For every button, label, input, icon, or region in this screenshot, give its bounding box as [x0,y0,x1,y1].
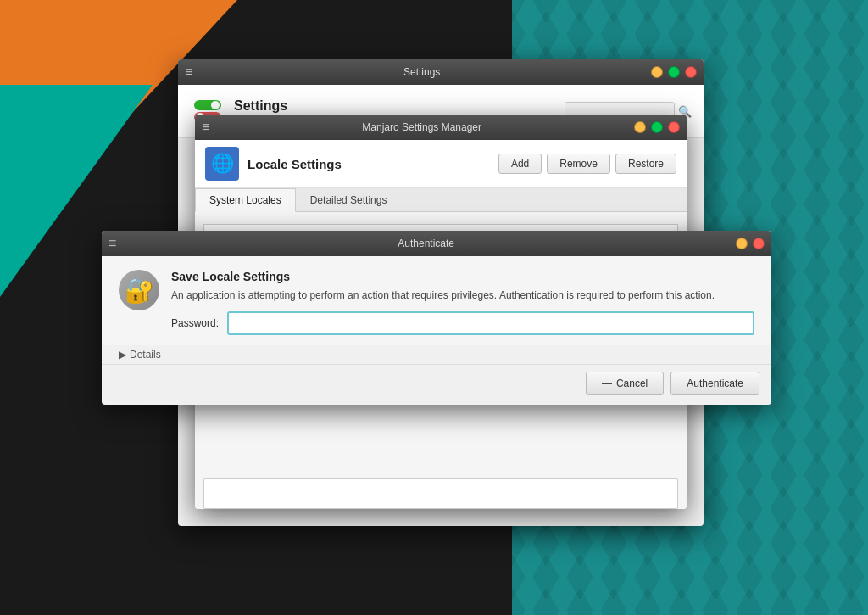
manjaro-window-title: Manjaro Settings Manager [214,121,629,133]
settings-window-title: Settings [198,66,646,78]
cancel-label: Cancel [616,377,648,389]
auth-description: An application is attempting to perform … [171,288,754,303]
add-button[interactable]: Add [498,154,542,174]
remove-button[interactable]: Remove [547,154,610,174]
expand-icon: ▶ [119,349,126,361]
locale-title: Locale Settings [248,157,342,171]
settings-titlebar: ≡ Settings [178,59,704,85]
password-label: Password: [171,317,219,329]
auth-lock-icon [119,270,159,310]
titlebar-menu-icon[interactable]: ≡ [185,64,192,80]
password-input[interactable] [227,311,754,335]
maximize-button[interactable] [668,66,680,78]
auth-dialog: ≡ Authenticate Save Locale Settings An a… [102,231,771,405]
auth-dialog-heading: Save Locale Settings [171,270,754,283]
password-row: Password: [171,311,754,335]
auth-icon-image [119,270,159,310]
manjaro-minimize-button[interactable] [634,121,646,133]
settings-main-title: Settings [234,98,334,114]
auth-titlebar: ≡ Authenticate [102,231,771,256]
locale-actions: Add Remove Restore [498,154,676,174]
authenticate-button[interactable]: Authenticate [670,372,760,395]
auth-footer: — Cancel Authenticate [102,364,771,402]
tab-detailed-settings-label: Detailed Settings [310,194,387,206]
locale-header: 🌐 Locale Settings Add Remove Restore [195,140,687,188]
input-field-area [203,478,678,509]
tab-system-locales-label: System Locales [209,194,281,206]
auth-minimize-button[interactable] [736,238,748,249]
restore-button[interactable]: Restore [615,154,676,174]
locale-icon: 🌐 [205,147,239,181]
windows-container: ≡ Settings Settings Customize your deskt… [0,0,868,615]
minimize-button[interactable] [651,66,663,78]
details-label: Details [130,349,161,361]
details-section[interactable]: ▶ Details [102,345,771,364]
cancel-dash-icon: — [602,377,612,389]
auth-body: Save Locale Settings An application is a… [102,256,771,345]
authenticate-label: Authenticate [687,377,743,389]
manjaro-maximize-button[interactable] [651,121,663,133]
cancel-button[interactable]: — Cancel [586,372,664,395]
auth-titlebar-menu-icon[interactable]: ≡ [108,236,116,251]
input-area [195,475,687,509]
auth-window-title: Authenticate [121,238,731,249]
toggle-on [194,100,221,110]
tabs-bar: System Locales Detailed Settings [195,188,687,212]
manjaro-titlebar: ≡ Manjaro Settings Manager [195,115,687,140]
auth-close-button[interactable] [753,238,765,249]
close-button[interactable] [685,66,697,78]
manjaro-titlebar-menu-icon[interactable]: ≡ [202,120,209,135]
auth-main-content: Save Locale Settings An application is a… [171,270,754,335]
manjaro-close-button[interactable] [668,121,680,133]
tab-system-locales[interactable]: System Locales [195,188,296,212]
tab-detailed-settings[interactable]: Detailed Settings [296,188,402,211]
